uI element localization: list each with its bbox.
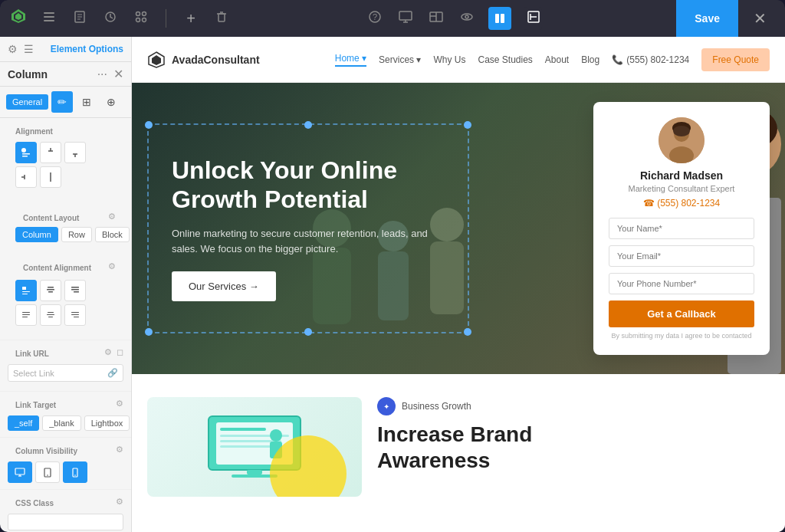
website-preview: AvadaConsultant Home ▾ Services ▾ Why Us… xyxy=(132,37,785,532)
add-icon[interactable]: + xyxy=(182,10,200,28)
logo-text: AvadaConsultant xyxy=(172,54,260,66)
layers-icon[interactable] xyxy=(40,10,58,28)
vis-desktop-btn[interactable] xyxy=(8,461,32,483)
svg-text:?: ? xyxy=(373,12,377,21)
panel-more-icon[interactable]: ··· xyxy=(97,67,107,81)
link-chain-icon: 🔗 xyxy=(107,368,118,378)
site-nav: AvadaConsultant Home ▾ Services ▾ Why Us… xyxy=(132,37,785,83)
email-input[interactable] xyxy=(609,245,754,267)
align-top-right-cell[interactable] xyxy=(64,280,86,301)
our-services-button[interactable]: Our Services → xyxy=(172,271,276,301)
link-target-help-icon[interactable]: ⚙ xyxy=(116,399,123,409)
svg-rect-29 xyxy=(501,14,504,23)
name-input[interactable] xyxy=(609,218,754,239)
site-logo: AvadaConsultant xyxy=(147,51,260,69)
css-class-help-icon[interactable]: ⚙ xyxy=(116,497,123,507)
nav-services[interactable]: Services ▾ xyxy=(379,54,421,65)
consultant-title: Marketing Consultant Expert xyxy=(609,184,754,193)
content-layout-help-icon[interactable]: ⚙ xyxy=(108,212,116,222)
link-help-icon[interactable]: ⚙ xyxy=(104,347,112,357)
phone-input[interactable] xyxy=(609,273,754,294)
code-icon[interactable] xyxy=(524,7,542,30)
align-row-1 xyxy=(15,142,116,163)
tab-plus-icon[interactable]: ⊕ xyxy=(100,91,122,113)
callback-button[interactable]: Get a Callback xyxy=(609,300,754,327)
align-mid-left[interactable] xyxy=(15,166,37,188)
nav-case-studies[interactable]: Case Studies xyxy=(478,54,532,65)
layout-row-btn[interactable]: Row xyxy=(61,227,92,242)
separator-1 xyxy=(166,9,166,28)
sidebar-gear-icon[interactable]: ⚙ xyxy=(8,43,18,55)
vis-mobile-btn[interactable] xyxy=(63,461,87,483)
layout-column-btn[interactable]: Column xyxy=(15,227,58,242)
tab-grid-icon[interactable]: ⊞ xyxy=(76,91,97,113)
css-class-input[interactable] xyxy=(8,514,123,530)
consultant-avatar xyxy=(659,117,705,163)
hero-section: Unlock Your Online Growth Potential Onli… xyxy=(132,83,785,374)
nav-blog[interactable]: Blog xyxy=(581,54,599,65)
sidebar-header: ⚙ ☰ Element Options xyxy=(0,37,131,62)
svg-point-12 xyxy=(143,11,146,15)
align-top-center[interactable] xyxy=(40,142,61,163)
hero-content: Unlock Your Online Growth Potential Onli… xyxy=(147,123,469,334)
svg-rect-57 xyxy=(48,317,53,317)
svg-rect-58 xyxy=(71,312,79,313)
hero-title: Unlock Your Online Growth Potential xyxy=(172,156,445,215)
svg-rect-20 xyxy=(399,11,412,20)
layout-icon[interactable] xyxy=(427,10,445,27)
align-mid-left-cell[interactable] xyxy=(15,304,37,326)
align-top-center-cell[interactable] xyxy=(40,280,61,301)
avada-logo-icon[interactable] xyxy=(9,8,28,29)
column-visibility-help-icon[interactable]: ⚙ xyxy=(116,445,123,455)
align-top-left[interactable] xyxy=(15,142,37,163)
panel-title: Column xyxy=(8,68,48,80)
svg-rect-3 xyxy=(44,12,54,14)
save-button[interactable]: Save xyxy=(676,0,738,37)
illustration-area xyxy=(147,397,362,497)
layout-block-btn[interactable]: Block xyxy=(95,227,130,242)
nav-why-us[interactable]: Why Us xyxy=(433,54,465,65)
svg-point-26 xyxy=(461,14,472,20)
toolbar-left: + xyxy=(9,8,231,29)
close-button[interactable]: ✕ xyxy=(744,3,776,34)
svg-rect-46 xyxy=(48,287,54,288)
align-mid-right-cell[interactable] xyxy=(64,304,86,326)
tab-general[interactable]: General xyxy=(6,94,48,110)
sidebar-list-icon[interactable]: ☰ xyxy=(24,43,34,55)
align-top-left-cell[interactable] xyxy=(15,280,37,301)
help-icon[interactable]: ? xyxy=(366,10,384,27)
svg-point-93 xyxy=(270,429,282,442)
nav-home[interactable]: Home ▾ xyxy=(335,53,366,67)
elements-icon[interactable] xyxy=(132,10,150,28)
align-mid-center-cell[interactable] xyxy=(40,304,61,326)
css-class-label: CSS Class xyxy=(8,493,61,511)
target-blank-btn[interactable]: _blank xyxy=(42,415,80,431)
align-top-right[interactable] xyxy=(64,142,86,163)
desktop-icon[interactable] xyxy=(396,10,415,27)
link-responsive-icon[interactable]: ◻ xyxy=(117,347,123,357)
target-self-btn[interactable]: _self xyxy=(8,415,39,431)
logo-diamond-icon xyxy=(147,51,166,69)
free-quote-button[interactable]: Free Quote xyxy=(701,48,770,71)
link-target-label-row: Link Target ⚙ xyxy=(8,395,123,412)
page-icon[interactable] xyxy=(71,10,89,28)
panel-close-icon[interactable]: ✕ xyxy=(113,67,123,81)
align-mid-center[interactable] xyxy=(40,166,61,188)
top-toolbar: + ? xyxy=(0,0,785,37)
link-select-input[interactable]: Select Link 🔗 xyxy=(8,364,123,382)
svg-point-67 xyxy=(74,475,76,476)
content-align-row: Content Alignment ⚙ xyxy=(8,256,123,277)
svg-rect-28 xyxy=(495,14,499,23)
content-align-help-icon[interactable]: ⚙ xyxy=(108,261,116,271)
delete-icon[interactable] xyxy=(212,10,231,28)
eye-icon[interactable] xyxy=(458,10,476,27)
history-icon[interactable] xyxy=(101,10,120,28)
tab-pen-icon[interactable]: ✏ xyxy=(51,91,73,113)
nav-about[interactable]: About xyxy=(545,54,569,65)
vis-tablet-btn[interactable] xyxy=(35,461,60,483)
pages-icon[interactable] xyxy=(488,7,511,30)
link-select-placeholder: Select Link xyxy=(13,369,54,378)
link-url-section: Link URL ⚙ ◻ Select Link 🔗 xyxy=(0,340,131,391)
target-lightbox-btn[interactable]: Lightbox xyxy=(84,415,130,431)
below-hero-section: ✦ Business Growth Increase Brand Awarene… xyxy=(132,374,785,520)
